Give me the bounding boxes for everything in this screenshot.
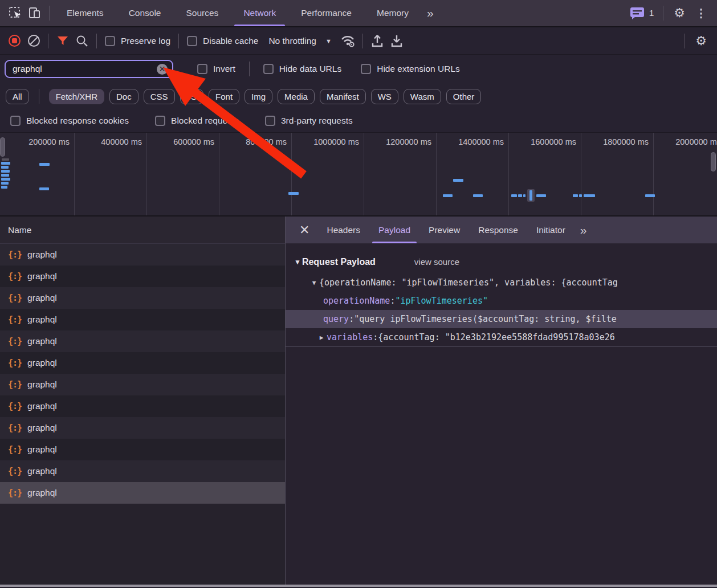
clear-network-log-icon[interactable]	[24, 30, 43, 52]
table-row[interactable]: {:}graphql	[0, 266, 285, 287]
table-row[interactable]: {:}graphql	[0, 482, 285, 504]
chip-font[interactable]: Font	[209, 89, 239, 104]
table-row[interactable]: {:}graphql	[0, 330, 285, 352]
record-network-log-button[interactable]	[5, 30, 24, 52]
timeline-tick-label: 1000000 ms	[291, 137, 359, 146]
invert-checkbox[interactable]: Invert	[194, 64, 239, 74]
throttling-dropdown[interactable]: No throttling ▼	[262, 36, 338, 46]
checkbox[interactable]	[197, 64, 207, 74]
tab-sources[interactable]: Sources	[177, 0, 228, 26]
detail-tab-initiator[interactable]: Initiator	[529, 217, 573, 243]
chip-js[interactable]: JS	[180, 89, 204, 104]
more-tabs-icon[interactable]: »	[421, 6, 438, 20]
chip-manifest[interactable]: Manifest	[320, 89, 366, 104]
checkbox[interactable]	[155, 116, 165, 126]
payload-entry[interactable]: query: "query ipFlowTimeseries($accountT…	[286, 310, 717, 328]
blocked-requests-checkbox[interactable]: Blocked requests	[152, 116, 242, 126]
divider	[663, 6, 663, 21]
table-row[interactable]: {:}graphql	[0, 244, 285, 266]
table-row[interactable]: {:}graphql	[0, 460, 285, 482]
chip-fetch-xhr[interactable]: Fetch/XHR	[49, 89, 104, 104]
filter-input[interactable]	[13, 64, 157, 74]
chevron-down-icon: ▼	[325, 38, 332, 44]
clear-filter-icon[interactable]: ✕	[157, 64, 168, 75]
hide-extension-urls-checkbox[interactable]: Hide extension URLs	[357, 64, 463, 74]
timeline-tick-label: 2000000 ms	[653, 137, 717, 146]
request-list: {:}graphql{:}graphql{:}graphql{:}graphql…	[0, 244, 285, 504]
network-overview-timeline[interactable]: 200000 ms400000 ms600000 ms800000 ms1000…	[0, 132, 717, 217]
filter-input-box[interactable]: ✕	[5, 60, 173, 78]
chip-media[interactable]: Media	[278, 89, 315, 104]
checkbox[interactable]	[361, 64, 371, 74]
table-row[interactable]: {:}graphql	[0, 395, 285, 417]
chip-css[interactable]: CSS	[144, 89, 175, 104]
blocked-response-cookies-checkbox[interactable]: Blocked response cookies	[7, 116, 132, 126]
chip-doc[interactable]: Doc	[109, 89, 138, 104]
network-settings-gear-icon[interactable]: ⚙	[690, 34, 712, 48]
request-payload-header[interactable]: ▼ Request Payload view source	[286, 244, 717, 273]
detail-tab-response[interactable]: Response	[471, 217, 525, 243]
preserve-log-checkbox[interactable]: Preserve log	[101, 36, 174, 46]
chip-img[interactable]: Img	[245, 89, 272, 104]
tab-elements[interactable]: Elements	[58, 0, 113, 26]
payload-entry[interactable]: operationName: "ipFlowTimeseries"	[286, 292, 717, 310]
overview-right-handle[interactable]	[711, 152, 716, 172]
chip-other[interactable]: Other	[446, 89, 482, 104]
expand-triangle-icon[interactable]: ▶	[316, 334, 327, 341]
detail-tab-preview[interactable]: Preview	[421, 217, 467, 243]
tab-memory[interactable]: Memory	[368, 0, 418, 26]
issues-button[interactable]: 1	[625, 6, 659, 20]
table-row[interactable]: {:}graphql	[0, 287, 285, 309]
close-icon[interactable]: ✕	[291, 223, 317, 238]
divider	[178, 34, 179, 48]
overview-left-handle[interactable]	[0, 137, 5, 157]
table-row[interactable]: {:}graphql	[0, 352, 285, 374]
timeline-tick-label: 1600000 ms	[508, 137, 576, 146]
payload-key: operationName	[323, 296, 390, 306]
request-timing-bar	[1, 178, 10, 181]
import-har-icon[interactable]	[368, 30, 387, 52]
chip-all[interactable]: All	[6, 89, 29, 104]
checkbox[interactable]	[105, 36, 115, 46]
kebab-menu-icon[interactable]: ⋮	[691, 6, 711, 20]
divider	[249, 62, 250, 76]
settings-gear-icon[interactable]: ⚙	[668, 6, 691, 21]
device-toolbar-icon[interactable]	[25, 1, 44, 26]
payload-summary-line[interactable]: ▼ {operationName: "ipFlowTimeseries", va…	[286, 273, 717, 292]
payload-entry[interactable]: ▶variables: {accountTag: "b12e3b2192ee55…	[286, 328, 717, 346]
search-icon[interactable]	[72, 30, 92, 52]
checkbox[interactable]	[10, 116, 21, 126]
payload-group-divider	[286, 346, 717, 347]
checkbox[interactable]	[265, 116, 275, 126]
3rd-party-requests-checkbox[interactable]: 3rd-party requests	[262, 116, 356, 126]
table-row[interactable]: {:}graphql	[0, 374, 285, 395]
view-source-link[interactable]: view source	[414, 257, 459, 267]
request-name: graphql	[27, 401, 57, 411]
checkbox[interactable]	[263, 64, 274, 74]
more-detail-tabs-icon[interactable]: »	[575, 223, 592, 237]
detail-tab-payload[interactable]: Payload	[371, 217, 418, 243]
hide-data-urls-checkbox[interactable]: Hide data URLs	[260, 64, 345, 74]
inspect-element-icon[interactable]	[6, 1, 25, 26]
request-name: graphql	[27, 315, 57, 325]
request-timing-bar	[511, 194, 517, 197]
tab-performance[interactable]: Performance	[292, 0, 361, 26]
chip-ws[interactable]: WS	[371, 89, 398, 104]
divider	[96, 34, 97, 48]
disable-cache-checkbox[interactable]: Disable cache	[184, 36, 262, 46]
table-row[interactable]: {:}graphql	[0, 309, 285, 330]
filter-icon[interactable]	[53, 30, 72, 52]
table-row[interactable]: {:}graphql	[0, 439, 285, 460]
collapse-triangle-icon[interactable]: ▼	[309, 279, 319, 287]
payload-value: "ipFlowTimeseries"	[395, 296, 488, 306]
detail-tab-headers[interactable]: Headers	[319, 217, 368, 243]
name-column-header[interactable]: Name	[0, 217, 285, 244]
tab-network[interactable]: Network	[234, 0, 285, 26]
chip-wasm[interactable]: Wasm	[404, 89, 441, 104]
table-row[interactable]: {:}graphql	[0, 417, 285, 439]
export-har-icon[interactable]	[387, 30, 406, 52]
checkbox[interactable]	[187, 36, 197, 46]
tab-console[interactable]: Console	[120, 0, 170, 26]
request-timing-bar	[443, 194, 453, 197]
network-conditions-icon[interactable]	[339, 30, 358, 52]
